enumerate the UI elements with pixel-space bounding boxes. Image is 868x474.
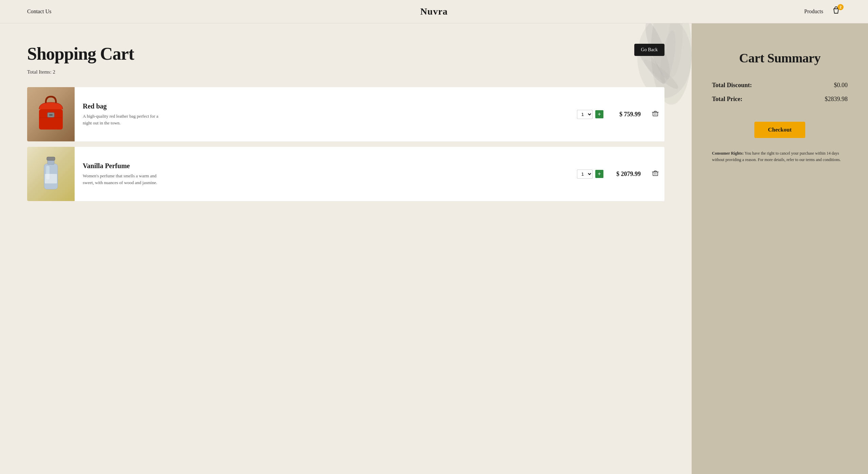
total-price-label: Total Price: [712,96,742,103]
item-info-perfume: Vanilla Perfume Women's perfume that sme… [75,155,572,193]
consumer-rights-text: Consumer Rights: You have the right to c… [712,150,848,163]
quantity-select-perfume[interactable]: 1 2 3 [577,170,593,179]
svg-rect-5 [39,109,63,130]
checkout-button[interactable]: Checkout [754,122,805,138]
item-name: Vanilla Perfume [83,162,563,170]
products-link[interactable]: Products [804,8,823,15]
product-image-red-bag [27,87,75,141]
delete-button-red-bag[interactable] [646,107,664,122]
table-row: Red bag A high-quality red leather bag p… [27,87,664,141]
main-layout: Shopping Cart Total Items: 2 Go Back [0,23,868,474]
brand-logo: Nuvra [420,6,448,17]
delete-button-perfume[interactable] [646,167,664,181]
svg-rect-7 [49,114,53,116]
cart-section: Shopping Cart Total Items: 2 Go Back [0,23,692,474]
product-image-perfume [27,147,75,201]
page-title: Shopping Cart [27,44,664,64]
item-price-perfume: $ 2079.99 [609,171,646,178]
item-controls-red-bag: 1 2 3 + [572,110,609,119]
contact-us-link[interactable]: Contact Us [27,8,52,14]
discount-label: Total Discount: [712,82,752,89]
trash-icon [652,110,659,117]
add-quantity-button-red-bag[interactable]: + [595,110,603,118]
total-items-text: Total Items: 2 [27,69,664,75]
discount-value: $0.00 [834,82,848,89]
consumer-rights-title: Consumer Rights: [712,151,744,156]
cart-summary-section: Cart Summary Total Discount: $0.00 Total… [692,23,868,474]
item-controls-perfume: 1 2 3 + [572,170,609,179]
svg-rect-18 [653,172,658,176]
item-description: Women's perfume that smells a warm and s… [83,173,164,186]
item-price-red-bag: $ 759.99 [609,111,646,118]
total-price-row: Total Price: $2839.98 [712,96,848,103]
quantity-select-red-bag[interactable]: 1 2 3 [577,110,593,119]
summary-title: Cart Summary [712,51,848,65]
svg-rect-16 [47,157,55,160]
red-bag-svg [34,94,68,135]
table-row: Vanilla Perfume Women's perfume that sme… [27,147,664,201]
cart-icon-button[interactable]: 2 [831,6,841,17]
item-name: Red bag [83,102,563,110]
item-description: A high-quality red leather bag perfect f… [83,113,164,126]
navbar: Contact Us Nuvra Products 2 [0,0,868,23]
add-quantity-button-perfume[interactable]: + [595,170,603,178]
cart-items-list: Red bag A high-quality red leather bag p… [27,87,664,201]
perfume-svg [37,154,64,194]
trash-icon [652,170,659,177]
svg-rect-9 [653,112,658,116]
discount-row: Total Discount: $0.00 [712,82,848,89]
cart-badge: 2 [837,4,844,10]
svg-point-3 [664,23,685,78]
go-back-button[interactable]: Go Back [634,44,664,56]
svg-rect-17 [45,174,57,183]
total-price-value: $2839.98 [825,96,848,103]
item-info-red-bag: Red bag A high-quality red leather bag p… [75,96,572,133]
